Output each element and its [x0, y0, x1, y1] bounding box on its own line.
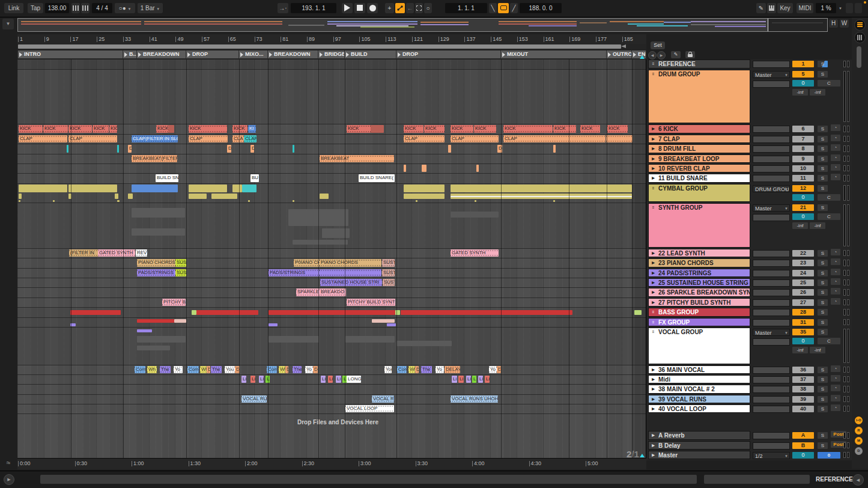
lock-envelopes-icon[interactable] [685, 51, 695, 58]
clip[interactable] [68, 185, 117, 192]
clip-piano-chords[interactable]: PIANO CHORDS [320, 259, 381, 267]
master-volume-value[interactable]: 0 [818, 452, 840, 459]
clip-li[interactable]: Li [321, 376, 326, 383]
track-activator[interactable]: 36 [792, 367, 814, 373]
arrangement-lane-drum-group[interactable] [17, 70, 646, 124]
routing-sub-box[interactable] [753, 136, 790, 143]
routing-sub-box[interactable] [753, 175, 790, 182]
track-title-midi[interactable]: ▶Midi [648, 375, 750, 383]
locator-outro[interactable]: OUTRO [607, 50, 632, 58]
follow-button[interactable]: →· [278, 3, 288, 13]
clip-li[interactable]: Li [328, 376, 333, 383]
arrangement-lane-40-vocal-loop[interactable]: VOCAL LOOP [17, 404, 646, 414]
clip[interactable] [322, 228, 350, 238]
track-activator[interactable]: 28 [792, 309, 814, 316]
pan-value[interactable]: 0 [792, 452, 814, 459]
collapse-panel-icon[interactable]: ◀ [852, 474, 864, 486]
clip[interactable] [475, 200, 476, 202]
clip-wh[interactable]: Wh [408, 366, 415, 373]
cpu-caret-icon[interactable]: ▼ [839, 7, 842, 10]
clip[interactable] [117, 145, 119, 153]
track-title-a-reverb[interactable]: ▶A Reverb [648, 431, 750, 440]
track-title-10-reverb-clap[interactable]: ▶10 REVERB CLAP [648, 164, 750, 172]
track-play-icon[interactable]: ▶ [651, 260, 656, 266]
beat-time-ruler[interactable]: 1917253341495765738189971051131211291371… [17, 34, 646, 44]
solo-button[interactable]: S [818, 165, 828, 172]
routing-sub-box[interactable] [753, 260, 790, 267]
clip-clap[interactable]: CLAP [503, 135, 605, 142]
routing-sub-box[interactable] [753, 376, 790, 383]
routing-sub-box[interactable] [753, 61, 790, 68]
clip-yo[interactable]: Yo [174, 366, 183, 373]
clip-yo[interactable]: Yo [305, 366, 313, 373]
group-fold-icon[interactable]: ≡ [651, 205, 656, 210]
arrangement-lane-27-pitchy-build-synth[interactable]: PITCHY BPITCHY BUILD SYNT [17, 298, 646, 308]
clip-l[interactable]: L [472, 376, 476, 383]
track-activator[interactable]: 7 [792, 136, 814, 142]
arrangement-overview[interactable] [17, 18, 828, 32]
clip[interactable] [53, 200, 55, 202]
track-play-icon[interactable]: ▶ [651, 300, 656, 305]
clip-li[interactable]: Li [485, 376, 490, 383]
clip-filter-in[interactable]: (FILTER IN [69, 249, 98, 257]
arrangement-position-field[interactable]: 193. 1. 1 [291, 3, 336, 13]
routing-sub-box[interactable] [753, 406, 790, 413]
tap-tempo-button[interactable]: Tap [28, 3, 43, 13]
track-activator[interactable]: 40 [792, 406, 814, 412]
nudge-up-icon[interactable] [81, 3, 90, 13]
clip-kick[interactable]: KICK [189, 125, 227, 133]
solo-button[interactable]: S [818, 250, 828, 257]
freeze-button[interactable]: ◔ [831, 154, 840, 161]
group-fold-icon[interactable]: ≡ [651, 186, 656, 191]
solo-button[interactable]: S [818, 367, 828, 373]
track-title-26-sparkle-breakdown-synth[interactable]: ▶26 SPARKLE BREAKDOWN SYNTH [648, 288, 750, 297]
clip[interactable] [451, 185, 632, 192]
arrangement-view-icon[interactable] [854, 19, 866, 31]
track-title-cymbal-group[interactable]: ≡CYMBAL GROUP [648, 184, 750, 202]
clip-rev[interactable]: REV [136, 249, 147, 257]
routing-sub-box[interactable] [753, 165, 790, 172]
track-play-icon[interactable]: ▶ [651, 386, 656, 392]
clip[interactable] [211, 194, 237, 199]
clip-kic[interactable]: KIC [109, 125, 117, 133]
track-play-icon[interactable]: ▶ [651, 453, 656, 458]
solo-button[interactable]: S [818, 406, 828, 412]
clip[interactable] [448, 145, 451, 153]
track-title-38-main-vocal-2[interactable]: ▶38 MAIN VOCAL # 2 [648, 385, 750, 394]
clip-gated-synth[interactable]: GATED SYNTH [451, 249, 499, 257]
clip-the[interactable]: The [293, 366, 302, 373]
clip-kick[interactable]: KICK [503, 125, 553, 133]
clip-build-sn[interactable]: BUILD SN [156, 174, 178, 182]
track-play-icon[interactable]: ▶ [651, 367, 656, 373]
group-fold-icon[interactable]: ≡ [651, 310, 656, 315]
clip-the[interactable]: The [421, 366, 432, 373]
stop-button[interactable] [354, 3, 365, 13]
clip-you[interactable]: You [384, 366, 392, 373]
track-activator[interactable]: B [792, 442, 814, 449]
track-title-vocal-group[interactable]: ≡VOCAL GROUP [648, 328, 750, 364]
clip[interactable] [232, 185, 242, 192]
routing-sub-box[interactable] [753, 319, 790, 326]
clip-sust[interactable]: SUST [382, 259, 395, 267]
track-play-icon[interactable]: ▶ [651, 290, 656, 295]
vertical-scrollbar[interactable] [857, 46, 861, 68]
clip-bu[interactable]: BU [250, 174, 259, 182]
freeze-button[interactable]: ◔ [831, 404, 840, 411]
clip-breakdo[interactable]: BREAKDO [320, 288, 346, 296]
collapse-overview-button[interactable]: ▼ [2, 19, 14, 29]
clip-clap[interactable]: CLAP [19, 135, 67, 142]
volume-value-2[interactable]: -inf [810, 89, 825, 96]
clip-clap[interactable]: CLAP [189, 135, 228, 142]
link-button[interactable]: Link [4, 3, 23, 13]
solo-button[interactable]: S [818, 279, 828, 286]
clip-kick[interactable]: KICK [607, 125, 628, 133]
arrangement-lane-reference[interactable] [17, 59, 646, 70]
freeze-button[interactable]: ◔ [831, 395, 840, 401]
track-play-icon[interactable]: ▶ [651, 280, 656, 285]
solo-button[interactable]: S [818, 175, 828, 181]
track-title-7-clap[interactable]: ▶7 CLAP [648, 135, 750, 143]
solo-button[interactable]: S [818, 319, 828, 326]
track-play-icon[interactable]: ▶ [651, 433, 656, 438]
track-play-icon[interactable]: ▶ [651, 443, 656, 448]
clip-clap[interactable]: CLAP [244, 135, 256, 142]
